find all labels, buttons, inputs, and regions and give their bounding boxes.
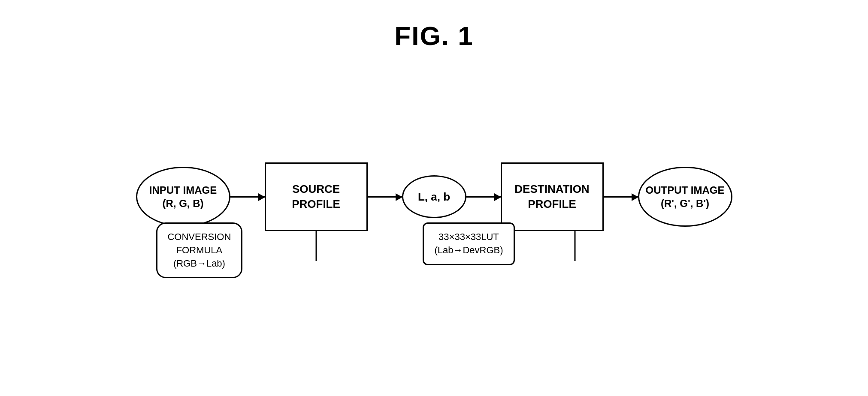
output-image-node: OUTPUT IMAGE (R', G', B') [638,167,732,227]
destination-profile-label1: DESTINATION [514,182,589,197]
lut-label1: 33×33×33LUT [439,231,499,244]
output-image-label1: OUTPUT IMAGE [646,183,725,197]
arrow-1 [230,196,265,198]
output-image-label2: (R', G', B') [661,197,709,210]
flow-row: INPUT IMAGE (R, G, B) SOURCE PROFILE L, … [136,162,732,231]
input-image-label2: (R, G, B) [163,197,204,210]
source-profile-label2: PROFILE [292,197,340,212]
source-profile-node: SOURCE PROFILE [265,162,368,231]
lab-node: L, a, b [402,175,466,218]
input-image-label1: INPUT IMAGE [149,183,217,197]
source-profile-label1: SOURCE [292,182,340,197]
page-container: FIG. 1 INPUT IMAGE (R, G, B) SOUR [0,0,868,396]
arrow-2 [368,196,402,198]
lut-label2: (Lab→DevRGB) [434,244,503,257]
lab-label: L, a, b [418,190,450,204]
conversion-formula-label2: FORMULA [176,244,223,257]
arrow-3 [466,196,501,198]
destination-profile-node: DESTINATION PROFILE [501,162,604,231]
arrow-4 [604,196,638,198]
figure-title: FIG. 1 [394,21,473,51]
conversion-formula-label3: (RGB→Lab) [173,257,225,270]
conversion-formula-node: CONVERSION FORMULA (RGB→Lab) [156,222,242,278]
lut-node: 33×33×33LUT (Lab→DevRGB) [423,222,514,265]
input-image-node: INPUT IMAGE (R, G, B) [136,167,230,227]
conversion-formula-label1: CONVERSION [167,231,231,244]
destination-profile-label2: PROFILE [528,197,576,212]
diagram-area: INPUT IMAGE (R, G, B) SOURCE PROFILE L, … [0,94,868,300]
